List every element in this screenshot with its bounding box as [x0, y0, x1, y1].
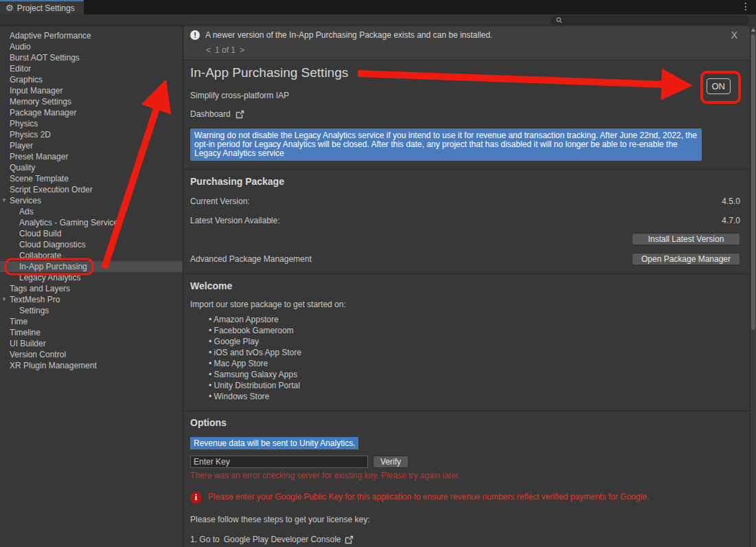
foldout-expanded-icon[interactable]: ▼ — [1, 294, 7, 305]
store-list-item: Samsung Galaxy Apps — [209, 369, 744, 380]
section-header-purchasing-package: Purchasing Package — [190, 176, 744, 187]
sidebar-item-burst-aot-settings[interactable]: Burst AOT Settings — [0, 52, 183, 63]
sidebar-item-graphics[interactable]: Graphics — [0, 74, 183, 85]
sidebar-item-services[interactable]: ▼Services — [0, 195, 183, 206]
sidebar-item-audio[interactable]: Audio — [0, 41, 183, 52]
store-list: Amazon AppstoreFacebook GameroomGoogle P… — [209, 314, 744, 402]
sidebar-item-player[interactable]: Player — [0, 140, 183, 151]
sidebar-item-input-manager[interactable]: Input Manager — [0, 85, 183, 96]
sidebar-item-timeline[interactable]: Timeline — [0, 327, 183, 338]
sidebar-item-textmesh-pro[interactable]: ▼TextMesh Pro — [0, 294, 183, 305]
revenue-analytics-note: Revenue data will be sent to Unity Analy… — [190, 437, 358, 449]
foldout-expanded-icon[interactable]: ▼ — [1, 195, 7, 206]
google-key-input[interactable] — [190, 456, 368, 468]
sidebar-item-ui-builder[interactable]: UI Builder — [0, 338, 183, 349]
sidebar-item-physics-2d[interactable]: Physics 2D — [0, 129, 183, 140]
scrollbar-thumb[interactable] — [751, 34, 755, 330]
sidebar-item-memory-settings[interactable]: Memory Settings — [0, 96, 183, 107]
sidebar-item-label: UI Builder — [10, 339, 46, 348]
tab-title: Project Settings — [17, 3, 75, 13]
pager-next-button[interactable]: > — [240, 45, 244, 55]
sidebar-item-label: XR Plugin Management — [10, 361, 97, 370]
google-public-key-warning: Please enter your Google Public Key for … — [208, 492, 649, 502]
sidebar-list: Adaptive PerformanceAudioBurst AOT Setti… — [0, 30, 183, 371]
sidebar-item-time[interactable]: Time — [0, 316, 183, 327]
store-list-item: Google Play — [209, 336, 744, 347]
sidebar-item-label: Burst AOT Settings — [10, 53, 80, 63]
sidebar-item-script-execution-order[interactable]: Script Execution Order — [0, 184, 183, 195]
sidebar-item-cloud-diagnostics[interactable]: Cloud Diagnostics — [0, 239, 183, 250]
kebab-menu-icon[interactable]: ⋮ — [741, 1, 751, 12]
divider — [184, 169, 750, 170]
sidebar-item-legacy-analytics[interactable]: Legacy Analytics — [0, 272, 183, 283]
store-list-item: Windows Store — [209, 391, 744, 402]
store-list-item: Facebook Gameroom — [209, 325, 744, 336]
alert-bubble-icon: ! — [190, 30, 200, 40]
pager-prev-button[interactable]: < — [206, 45, 211, 55]
sidebar-item-quality[interactable]: Quality — [0, 162, 183, 173]
dashboard-link[interactable]: Dashboard — [190, 109, 244, 119]
sidebar-item-scene-template[interactable]: Scene Template — [0, 173, 183, 184]
sidebar-item-adaptive-performance[interactable]: Adaptive Performance — [0, 30, 183, 41]
sidebar-item-version-control[interactable]: Version Control — [0, 349, 183, 360]
search-input[interactable] — [565, 16, 744, 25]
sidebar-item-physics[interactable]: Physics — [0, 118, 183, 129]
close-icon[interactable]: X — [731, 30, 737, 41]
legacy-analytics-warning: Warning do not disable the Legacy Analyt… — [190, 129, 702, 161]
sidebar-item-ads[interactable]: Ads — [0, 206, 183, 217]
install-latest-version-button[interactable]: Install Latest Version — [632, 233, 740, 245]
current-version-value: 4.5.0 — [722, 197, 740, 206]
sidebar-item-label: Input Manager — [10, 86, 62, 96]
license-key-steps-intro: Please follow these steps to get your li… — [190, 515, 744, 524]
divider — [184, 410, 750, 411]
store-list-item: Mac App Store — [209, 358, 744, 369]
sidebar-item-label: Package Manager — [10, 108, 76, 118]
gear-icon: ⚙ — [5, 3, 14, 12]
search-box[interactable] — [551, 16, 749, 25]
latest-version-label: Latest Version Available: — [190, 216, 280, 225]
sidebar-item-label: In-App Purchasing — [19, 262, 87, 271]
sidebar-item-tags-and-layers[interactable]: Tags and Layers — [0, 283, 183, 294]
notification-pager: < 1 of 1 > — [206, 45, 744, 55]
sidebar-item-label: Preset Manager — [10, 152, 68, 161]
sidebar-item-label: Time — [10, 317, 27, 326]
key-server-error-text: There was an error checking server for e… — [190, 471, 744, 480]
notification-message: A newer version of the In-App Purchasing… — [205, 30, 492, 40]
iap-on-toggle-button[interactable]: ON — [707, 78, 731, 94]
sidebar-item-preset-manager[interactable]: Preset Manager — [0, 151, 183, 162]
store-list-item: Amazon Appstore — [209, 314, 744, 325]
scroll-up-arrow-icon[interactable] — [751, 28, 755, 32]
section-header-options: Options — [190, 417, 744, 428]
sidebar-item-collaborate[interactable]: Collaborate — [0, 250, 183, 261]
sidebar-item-package-manager[interactable]: Package Manager — [0, 107, 183, 118]
sidebar-item-label: TextMesh Pro — [10, 295, 60, 304]
sidebar-item-label: Physics 2D — [10, 130, 51, 139]
sidebar-item-label: Adaptive Performance — [10, 31, 91, 41]
open-package-manager-button[interactable]: Open Package Manager — [632, 253, 740, 265]
external-link-icon — [345, 535, 354, 544]
toolbar — [0, 14, 756, 26]
main-panel: ! A newer version of the In-App Purchasi… — [184, 26, 750, 547]
sidebar-item-label: Tags and Layers — [10, 284, 70, 293]
sidebar-item-xr-plugin-management[interactable]: XR Plugin Management — [0, 360, 183, 371]
sidebar-item-editor[interactable]: Editor — [0, 63, 183, 74]
settings-sidebar: Adaptive PerformanceAudioBurst AOT Setti… — [0, 26, 183, 547]
sidebar-item-label: Cloud Build — [19, 229, 61, 238]
sidebar-item-label: Editor — [10, 64, 31, 74]
sidebar-item-cloud-build[interactable]: Cloud Build — [0, 228, 183, 239]
page-subtitle: Simplify cross-platform IAP — [190, 91, 744, 100]
sidebar-item-label: Settings — [19, 306, 49, 315]
sidebar-item-analytics-gaming-services[interactable]: Analytics - Gaming Services — [0, 217, 183, 228]
section-header-welcome: Welcome — [190, 280, 744, 291]
window-tab-strip: ⚙ Project Settings ⋮ — [0, 0, 756, 14]
google-play-console-link[interactable]: Google Play Developer Console — [224, 535, 341, 544]
store-list-item: iOS and tvOs App Store — [209, 347, 744, 358]
sidebar-item-label: Physics — [10, 119, 38, 129]
page-title: In-App Purchasing Settings — [190, 65, 744, 80]
sidebar-item-label: Legacy Analytics — [19, 273, 80, 282]
vertical-scrollbar[interactable] — [750, 26, 756, 547]
tab-project-settings[interactable]: ⚙ Project Settings — [0, 0, 84, 14]
sidebar-item-settings[interactable]: Settings — [0, 305, 183, 316]
verify-key-button[interactable]: Verify — [373, 456, 409, 468]
sidebar-item-in-app-purchasing[interactable]: In-App Purchasing — [0, 261, 183, 272]
